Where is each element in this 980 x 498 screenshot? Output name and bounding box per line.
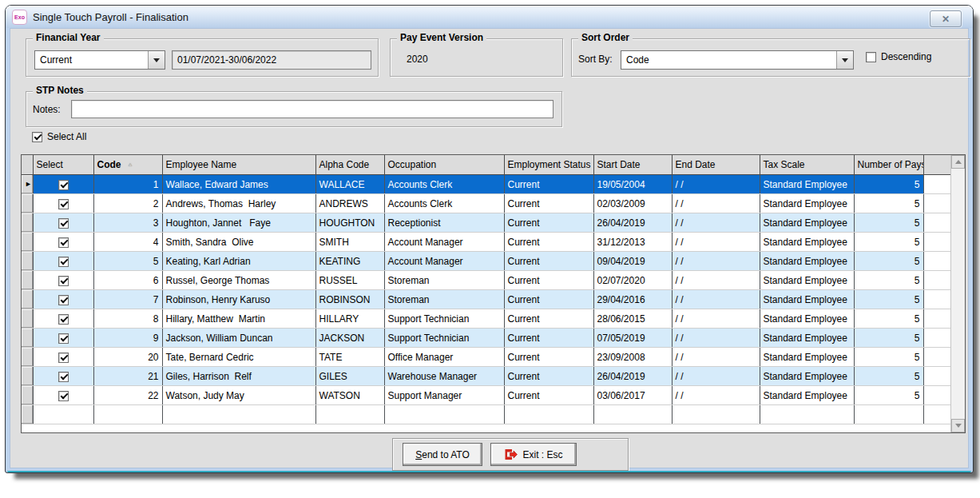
cell-code[interactable]: 3 (93, 213, 162, 233)
cell-alpha[interactable]: WATSON (315, 386, 384, 405)
scroll-down-button[interactable] (951, 419, 965, 432)
titlebar[interactable]: Exo Single Touch Payroll - Finalisation … (6, 6, 973, 28)
select-all-checkbox[interactable] (32, 132, 42, 142)
cell-occupation[interactable]: Warehouse Manager (384, 367, 504, 386)
cell-pays[interactable]: 5 (854, 386, 923, 405)
row-select-checkbox[interactable] (58, 391, 69, 401)
cell-start[interactable]: 26/04/2019 (593, 367, 672, 386)
cell-start[interactable]: 31/12/2013 (593, 233, 672, 252)
header-employee-name[interactable]: Employee Name (162, 155, 315, 175)
header-alpha-code[interactable]: Alpha Code (315, 155, 384, 175)
cell-occupation[interactable]: Accounts Clerk (384, 194, 504, 213)
cell-pays[interactable]: 5 (854, 329, 923, 348)
sort-by-select[interactable]: Code (621, 50, 854, 70)
cell-status[interactable]: Current (504, 252, 593, 271)
row-select-checkbox[interactable] (58, 180, 69, 190)
cell-code[interactable]: 1 (93, 175, 162, 194)
cell-code[interactable]: 22 (93, 386, 162, 405)
cell-occupation[interactable]: Storeman (384, 271, 504, 290)
cell-start[interactable]: 03/06/2017 (593, 386, 672, 405)
cell-start[interactable]: 02/07/2020 (593, 271, 672, 290)
cell-start[interactable]: 28/06/2015 (593, 309, 672, 329)
cell-alpha[interactable]: JACKSON (315, 329, 384, 348)
cell-status[interactable]: Current (504, 386, 593, 405)
cell-end[interactable]: / / (672, 309, 760, 329)
cell-name[interactable]: Russel, George Thomas (162, 271, 315, 290)
cell-code[interactable]: 20 (93, 348, 162, 367)
row-select-checkbox[interactable] (58, 295, 69, 305)
cell-pays[interactable]: 5 (854, 271, 923, 290)
cell-end[interactable]: / / (672, 271, 760, 290)
cell-occupation[interactable]: Account Manager (384, 252, 504, 271)
cell-code[interactable]: 6 (93, 271, 162, 290)
cell-occupation[interactable]: Receptionist (384, 213, 504, 233)
table-row[interactable]: 22Watson, Judy MayWATSONSupport ManagerC… (22, 386, 950, 405)
cell-tax[interactable]: Standard Employee (760, 175, 854, 194)
cell-name[interactable]: Robinson, Henry Karuso (162, 290, 315, 309)
table-row[interactable]: 8Hillary, Matthew MartinHILLARYSupport T… (22, 309, 950, 329)
cell-end[interactable]: / / (672, 213, 760, 233)
table-row[interactable]: 4Smith, Sandra OliveSMITHAccount Manager… (22, 233, 950, 252)
cell-pays[interactable]: 5 (854, 175, 923, 194)
cell-pays[interactable]: 5 (854, 309, 923, 329)
cell-end[interactable]: / / (672, 348, 760, 367)
cell-status[interactable]: Current (504, 271, 593, 290)
cell-tax[interactable]: Standard Employee (760, 367, 854, 386)
row-select-checkbox[interactable] (58, 353, 69, 363)
cell-status[interactable]: Current (504, 348, 593, 367)
cell-name[interactable]: Andrews, Thomas Harley (162, 194, 315, 213)
cell-end[interactable]: / / (672, 194, 760, 213)
cell-code[interactable]: 8 (93, 309, 162, 329)
close-button[interactable]: ✕ (930, 10, 962, 27)
cell-alpha[interactable]: KEATING (315, 252, 384, 271)
table-row[interactable]: 3Houghton, Jannet FayeHOUGHTONReceptioni… (22, 213, 950, 233)
cell-name[interactable]: Wallace, Edward James (162, 175, 315, 194)
cell-status[interactable]: Current (504, 367, 593, 386)
financial-year-select[interactable]: Current (34, 50, 165, 70)
cell-end[interactable]: / / (672, 329, 760, 348)
cell-start[interactable]: 09/04/2019 (593, 252, 672, 271)
cell-pays[interactable]: 5 (854, 348, 923, 367)
cell-alpha[interactable]: SMITH (315, 233, 384, 252)
table-row[interactable]: 2Andrews, Thomas HarleyANDREWSAccounts C… (22, 194, 950, 213)
table-row[interactable]: 6Russel, George ThomasRUSSELStoremanCurr… (22, 271, 950, 290)
header-tax-scale[interactable]: Tax Scale (760, 155, 854, 175)
cell-code[interactable]: 2 (93, 194, 162, 213)
vertical-scrollbar[interactable] (950, 155, 965, 432)
cell-alpha[interactable]: RUSSEL (315, 271, 384, 290)
cell-tax[interactable]: Standard Employee (760, 329, 854, 348)
cell-occupation[interactable]: Account Manager (384, 233, 504, 252)
table-row[interactable]: 9Jackson, William DuncanJACKSONSupport T… (22, 329, 950, 348)
row-select-checkbox[interactable] (58, 333, 69, 344)
table-row[interactable]: 21Giles, Harrison RelfGILESWarehouse Man… (22, 367, 950, 386)
cell-status[interactable]: Current (504, 290, 593, 309)
cell-name[interactable]: Keating, Karl Adrian (162, 252, 315, 271)
cell-pays[interactable]: 5 (854, 252, 923, 271)
cell-end[interactable]: / / (672, 233, 760, 252)
header-number-of-pays[interactable]: Number of Pays (854, 155, 923, 175)
header-employment-status[interactable]: Employment Status (504, 155, 593, 175)
cell-tax[interactable]: Standard Employee (760, 252, 854, 271)
cell-status[interactable]: Current (504, 213, 593, 233)
financial-year-dropdown-button[interactable] (148, 51, 165, 69)
exit-button[interactable]: Exit : Esc (490, 443, 577, 466)
cell-pays[interactable]: 5 (854, 213, 923, 233)
cell-alpha[interactable]: HILLARY (315, 309, 384, 329)
cell-code[interactable]: 5 (93, 252, 162, 271)
row-select-checkbox[interactable] (58, 257, 69, 267)
cell-alpha[interactable]: ROBINSON (315, 290, 384, 309)
table-row[interactable]: ►1Wallace, Edward JamesWALLACEAccounts C… (22, 175, 950, 194)
cell-alpha[interactable]: TATE (315, 348, 384, 367)
sort-by-dropdown-button[interactable] (836, 51, 853, 69)
cell-alpha[interactable]: HOUGHTON (315, 213, 384, 233)
cell-alpha[interactable]: GILES (315, 367, 384, 386)
cell-name[interactable]: Watson, Judy May (162, 386, 315, 405)
cell-occupation[interactable]: Support Technician (384, 329, 504, 348)
scroll-up-button[interactable] (951, 155, 965, 169)
row-select-checkbox[interactable] (58, 237, 69, 248)
cell-name[interactable]: Giles, Harrison Relf (162, 367, 315, 386)
cell-status[interactable]: Current (504, 194, 593, 213)
cell-start[interactable]: 29/04/2016 (593, 290, 672, 309)
cell-start[interactable]: 23/09/2008 (593, 348, 672, 367)
cell-code[interactable]: 21 (93, 367, 162, 386)
